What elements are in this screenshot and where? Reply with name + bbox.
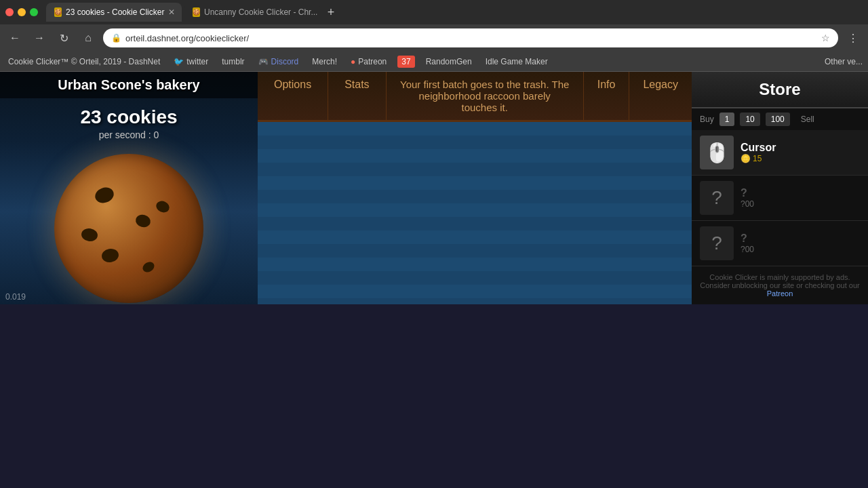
tab-favicon-1: 🍪: [54, 7, 62, 17]
qty-100-btn[interactable]: 100: [766, 113, 790, 126]
bookmark-tumblr[interactable]: tumblr: [219, 56, 247, 68]
bookmark-merch[interactable]: Merch!: [309, 56, 340, 68]
tab-inactive[interactable]: 🍪 Uncanny Cookie Clicker - Chr... ✕: [184, 3, 320, 22]
bookmark-label-0: Cookie Clicker™ © Orteil, 2019 - DashNet: [8, 57, 160, 66]
bookmark-idlegamemaker[interactable]: Idle Game Maker: [483, 56, 551, 68]
nav-bar: ← → ↻ ⌂ 🔒 orteil.dashnet.org/cookieclick…: [0, 24, 868, 52]
big-cookie[interactable]: [54, 154, 203, 303]
lock-icon: 🔒: [111, 33, 121, 43]
tab-title-2: Uncanny Cookie Clicker - Chr...: [204, 7, 317, 17]
top-nav: Options Stats Your first batch goes to t…: [258, 72, 692, 122]
buy-label: Buy: [700, 115, 714, 124]
bookmark-discord[interactable]: 🎮 Discord: [256, 56, 302, 68]
locked-item-2-info: ? ?00: [741, 232, 860, 254]
bookmark-label-7: RandomGen: [426, 57, 472, 66]
twitter-icon: 🐦: [174, 57, 184, 66]
locked-item-1-icon: ?: [700, 181, 734, 215]
bookmark-dashnet[interactable]: Cookie Clicker™ © Orteil, 2019 - DashNet: [5, 56, 163, 68]
cookie-count: 23 cookies: [80, 106, 177, 128]
discord-icon: 🎮: [258, 57, 269, 66]
cursor-price-value: 15: [753, 154, 762, 163]
question-icon-2: ?: [711, 232, 722, 254]
bookmark-twitter[interactable]: 🐦 twitter: [171, 56, 211, 68]
chip-6: [81, 227, 99, 243]
store-item-locked-2[interactable]: ? ? ?00: [692, 221, 868, 266]
bookmark-37[interactable]: 37: [397, 56, 414, 68]
bookmark-patreon[interactable]: ● Patreon: [348, 56, 389, 68]
buy-sell-bar: Buy 1 10 100 Sell: [692, 108, 868, 130]
center-panel: Options Stats Your first batch goes to t…: [258, 72, 692, 304]
bakery-name: Urban Scone's bakery: [11, 77, 247, 93]
tab-title-1: 23 cookies - Cookie Clicker: [66, 7, 164, 17]
locked-item-2-name: ?: [741, 232, 860, 245]
qty-10-btn[interactable]: 10: [740, 113, 760, 126]
stats-nav[interactable]: Stats: [328, 72, 386, 120]
bookmark-label-5: Patreon: [358, 57, 387, 66]
tab-favicon-2: 🍪: [193, 7, 200, 17]
chip-2: [134, 213, 152, 228]
cursor-item-icon: 🖱️: [700, 136, 734, 169]
question-icon-1: ?: [711, 187, 722, 209]
bookmark-label-4: Merch!: [312, 57, 337, 66]
bookmark-label-3: Discord: [271, 57, 299, 66]
bookmark-label-8: Idle Game Maker: [486, 57, 548, 66]
hand-cursor-icon: 🖱️: [705, 142, 729, 164]
reload-button[interactable]: ↻: [54, 28, 73, 47]
home-button[interactable]: ⌂: [79, 28, 98, 47]
left-panel: Urban Scone's bakery 23 cookies per seco…: [0, 72, 258, 304]
menu-button[interactable]: ⋮: [844, 28, 863, 47]
right-panel: Store Buy 1 10 100 Sell 🖱️ Cursor 🪙 15: [692, 72, 868, 304]
window-maximize[interactable]: [30, 8, 38, 16]
chip-5: [141, 260, 157, 274]
patreon-icon: ●: [351, 57, 355, 66]
cursor-item-name: Cursor: [741, 142, 860, 154]
tab-close-1[interactable]: ✕: [168, 7, 175, 17]
chip-3: [100, 247, 119, 264]
locked-item-1-info: ? ?00: [741, 187, 860, 209]
new-tab-button[interactable]: +: [323, 4, 339, 20]
ad-text: Cookie Clicker is mainly supported by ad…: [698, 273, 861, 298]
coin-icon-cursor: 🪙: [741, 154, 751, 163]
bakery-name-bar: Urban Scone's bakery: [0, 72, 258, 98]
locked-price-2: ?00: [741, 245, 754, 254]
center-main[interactable]: Back Forward Reload Save As... Print... …: [258, 122, 692, 304]
store-item-cursor[interactable]: 🖱️ Cursor 🪙 15: [692, 130, 868, 176]
qty-1-btn[interactable]: 1: [719, 113, 735, 126]
message-display: Your first batch goes to the trash. The …: [387, 72, 583, 120]
locked-item-2-price: ?00: [741, 245, 860, 254]
bookmark-label-1: twitter: [186, 57, 208, 66]
bookmark-label-6: 37: [401, 57, 410, 66]
bookmarks-overflow: Other ve...: [825, 57, 863, 66]
bookmark-randomgen[interactable]: RandomGen: [423, 56, 475, 68]
tab-active[interactable]: 🍪 23 cookies - Cookie Clicker ✕: [46, 3, 182, 22]
address-bar[interactable]: 🔒 orteil.dashnet.org/cookieclicker/ ☆: [103, 28, 838, 47]
browser-chrome: 🍪 23 cookies - Cookie Clicker ✕ 🍪 Uncann…: [0, 0, 868, 52]
info-nav[interactable]: Info: [583, 72, 629, 120]
chip-1: [93, 185, 116, 205]
cursor-item-price: 🪙 15: [741, 154, 860, 163]
back-button[interactable]: ←: [5, 28, 24, 47]
store-header: Store: [692, 72, 868, 108]
forward-button[interactable]: →: [30, 28, 49, 47]
locked-item-2-icon: ?: [700, 226, 734, 260]
window-close[interactable]: [5, 8, 14, 16]
cookie-container: [54, 154, 203, 303]
bookmarks-bar: Cookie Clicker™ © Orteil, 2019 - DashNet…: [0, 52, 868, 72]
url-text: orteil.dashnet.org/cookieclicker/: [125, 33, 249, 43]
game-layout: Urban Scone's bakery 23 cookies per seco…: [0, 72, 868, 304]
locked-item-1-price: ?00: [741, 199, 860, 209]
window-minimize[interactable]: [18, 8, 26, 16]
bookmark-label-2: tumblr: [222, 57, 244, 66]
ad-area: Cookie Clicker is mainly supported by ad…: [692, 266, 868, 304]
cursor-item-info: Cursor 🪙 15: [741, 142, 860, 163]
store-item-locked-1[interactable]: ? ? ?00: [692, 176, 868, 221]
options-nav[interactable]: Options: [258, 72, 328, 120]
tab-bar: 🍪 23 cookies - Cookie Clicker ✕ 🍪 Uncann…: [0, 0, 868, 24]
sell-label: Sell: [801, 115, 814, 124]
fps-counter: 0.019: [5, 292, 26, 302]
bookmark-star-icon[interactable]: ☆: [821, 33, 830, 43]
chip-4: [155, 199, 172, 215]
locked-price-1: ?00: [741, 199, 754, 209]
locked-item-1-name: ?: [741, 187, 860, 199]
legacy-nav[interactable]: Legacy: [629, 72, 692, 120]
